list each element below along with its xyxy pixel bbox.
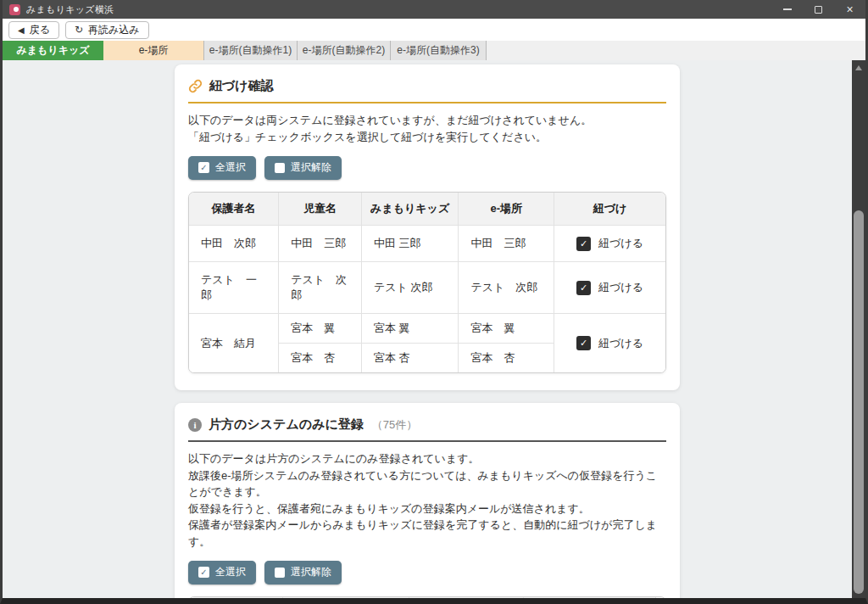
tab-label: e-場所(自動操作3) bbox=[397, 43, 479, 58]
link-checkbox-label: 紐づける bbox=[598, 237, 643, 249]
child-name: 宮本 杏 bbox=[279, 344, 362, 373]
square-icon bbox=[275, 163, 285, 173]
reload-label: 再読み込み bbox=[88, 23, 140, 37]
section-description: 以下のデータは両システムに登録されていますが、まだ紐づけされていません。 「紐づ… bbox=[188, 112, 666, 145]
tab-label: みまもりキッズ bbox=[17, 43, 90, 58]
tab-bar: みまもりキッズ e-場所 e-場所(自動操作1) e-場所(自動操作2) e-場… bbox=[3, 41, 865, 60]
col-guardian: 保護者名 bbox=[189, 193, 279, 226]
link-icon bbox=[188, 79, 203, 93]
description-line: 仮登録を行うと、保護者宛にみまもりキッズの登録案内メールが送信されます。 bbox=[188, 501, 666, 517]
table-row: テスト 一郎 テスト 次郎 テスト 次郎 テスト 次郎 紐づける bbox=[189, 262, 665, 314]
mimamori-name: 宮本 翼 bbox=[361, 314, 459, 344]
back-label: 戻る bbox=[30, 23, 50, 37]
guardian-name: 中田 次郎 bbox=[189, 226, 279, 262]
select-all-label: 全選択 bbox=[215, 565, 246, 579]
child-name: 宮本 翼 bbox=[279, 314, 362, 344]
section-title: 紐づけ確認 bbox=[209, 78, 274, 94]
table-row: 宮本 結月 宮本 翼 宮本 翼 宮本 翼 紐づける bbox=[189, 314, 665, 344]
reload-button[interactable]: ↻ 再読み込み bbox=[65, 21, 149, 39]
record-count: （75件） bbox=[372, 417, 417, 433]
table-header-row: 保護者名 児童名 みまもりキッズ e-場所 紐づけ bbox=[189, 193, 665, 226]
gold-divider bbox=[188, 102, 666, 103]
close-button[interactable]: × bbox=[834, 0, 865, 19]
tab-ebasho-auto3[interactable]: e-場所(自動操作3) bbox=[390, 41, 487, 60]
col-guardian: 保護者名 bbox=[189, 597, 283, 598]
square-icon bbox=[275, 568, 285, 578]
dark-divider bbox=[188, 440, 666, 442]
link-checkbox-label: 紐づける bbox=[598, 281, 643, 294]
child-name: 中田 三郎 bbox=[279, 226, 362, 262]
link-checkbox[interactable] bbox=[576, 336, 591, 350]
link-checkbox[interactable] bbox=[576, 237, 591, 251]
select-all-label: 全選択 bbox=[215, 160, 246, 175]
tab-ebasho[interactable]: e-場所 bbox=[103, 41, 203, 60]
description-line: 保護者が登録案内メールからみまもりキッズに登録を完了すると、自動的に紐づけが完了… bbox=[188, 517, 666, 550]
reload-icon: ↻ bbox=[75, 24, 83, 36]
description-line: 以下のデータは両システムに登録されていますが、まだ紐づけされていません。 bbox=[188, 112, 666, 129]
single-system-card: i 片方のシステムのみに登録 （75件） 以下のデータは片方のシステムにのみ登録… bbox=[175, 403, 680, 598]
provisional-table: 保護者名 児童名 登録先 仮登録 山田太郎 山田 花子 e-場所のみ bbox=[188, 596, 666, 598]
description-line: 「紐づける」チェックボックスを選択して紐づけを実行してください。 bbox=[188, 129, 666, 146]
scroll-up-icon[interactable] bbox=[855, 65, 862, 70]
link-confirm-card: 紐づけ確認 以下のデータは両システムに登録されていますが、まだ紐づけされていませ… bbox=[175, 64, 680, 390]
single-system-header: i 片方のシステムのみに登録 （75件） bbox=[188, 413, 666, 433]
minimize-button[interactable] bbox=[771, 0, 803, 19]
tab-label: e-場所(自動操作2) bbox=[303, 43, 385, 58]
col-link: 紐づけ bbox=[554, 193, 665, 226]
tab-mimamori-kids[interactable]: みまもりキッズ bbox=[3, 41, 103, 60]
deselect-button[interactable]: 選択解除 bbox=[264, 561, 342, 584]
page-scrollbar[interactable] bbox=[852, 60, 865, 598]
back-button[interactable]: ◀ 戻る bbox=[8, 21, 59, 39]
description-line: 放課後e-場所システムのみ登録されている方については、みまもりキッズへの仮登録を… bbox=[188, 467, 666, 501]
section-description: 以下のデータは片方のシステムにのみ登録されています。 放課後e-場所システムのみ… bbox=[188, 450, 666, 550]
guardian-name: 宮本 結月 bbox=[189, 314, 279, 373]
provisional-table-grid: 保護者名 児童名 登録先 仮登録 山田太郎 山田 花子 e-場所のみ bbox=[189, 597, 655, 598]
select-all-button[interactable]: 全選択 bbox=[188, 156, 256, 180]
tab-ebasho-auto2[interactable]: e-場所(自動操作2) bbox=[297, 41, 390, 60]
guardian-name: テスト 一郎 bbox=[189, 262, 279, 314]
table-header-row: 保護者名 児童名 登録先 仮登録 bbox=[189, 597, 655, 598]
ebasho-name: テスト 次郎 bbox=[459, 262, 554, 314]
selection-buttons: 全選択 選択解除 bbox=[188, 561, 666, 584]
maximize-icon bbox=[815, 6, 822, 14]
checked-box-icon bbox=[198, 567, 209, 578]
link-table-grid: 保護者名 児童名 みまもりキッズ e-場所 紐づけ 中田 次郎 中田 三郎 中田… bbox=[189, 193, 665, 372]
title-bar: みまもりキッズ横浜 × bbox=[3, 0, 865, 19]
link-checkbox-label: 紐づける bbox=[598, 337, 643, 350]
ebasho-name: 宮本 翼 bbox=[459, 314, 554, 344]
col-registered-in: 登録先 bbox=[409, 597, 524, 598]
col-provisional: 仮登録 bbox=[524, 597, 655, 598]
select-all-button[interactable]: 全選択 bbox=[188, 561, 256, 584]
back-icon: ◀ bbox=[18, 25, 25, 35]
link-checkbox-cell: 紐づける bbox=[554, 226, 665, 262]
col-child: 児童名 bbox=[279, 193, 362, 226]
ebasho-name: 中田 三郎 bbox=[459, 226, 554, 262]
child-name: テスト 次郎 bbox=[279, 262, 362, 314]
link-table: 保護者名 児童名 みまもりキッズ e-場所 紐づけ 中田 次郎 中田 三郎 中田… bbox=[188, 192, 666, 373]
info-icon: i bbox=[188, 418, 202, 432]
deselect-button[interactable]: 選択解除 bbox=[264, 156, 342, 180]
window-title: みまもりキッズ横浜 bbox=[26, 3, 114, 16]
checked-box-icon bbox=[198, 162, 209, 173]
window-controls: × bbox=[771, 0, 865, 19]
tab-label: e-場所 bbox=[139, 43, 169, 58]
link-checkbox[interactable] bbox=[576, 281, 591, 295]
link-confirm-header: 紐づけ確認 bbox=[188, 75, 666, 94]
content-viewport: 紐づけ確認 以下のデータは両システムに登録されていますが、まだ紐づけされていませ… bbox=[3, 60, 865, 598]
close-icon: × bbox=[846, 3, 853, 15]
minimize-icon bbox=[783, 8, 792, 10]
table-scrollbar[interactable] bbox=[655, 597, 665, 598]
page-content: 紐づけ確認 以下のデータは両システムに登録されていますが、まだ紐づけされていませ… bbox=[3, 60, 852, 598]
description-line: 以下のデータは片方のシステムにのみ登録されています。 bbox=[188, 450, 666, 467]
maximize-button[interactable] bbox=[803, 0, 834, 19]
selection-buttons: 全選択 選択解除 bbox=[188, 156, 666, 180]
tab-label: e-場所(自動操作1) bbox=[209, 43, 292, 58]
col-mimamori: みまもりキッズ bbox=[361, 193, 459, 226]
link-checkbox-cell: 紐づける bbox=[554, 314, 665, 373]
app-icon bbox=[9, 4, 20, 15]
app-window: みまもりキッズ横浜 × ◀ 戻る ↻ 再読み込み みまもりキッズ e-場所 e-… bbox=[0, 0, 868, 604]
link-checkbox-cell: 紐づける bbox=[554, 262, 665, 314]
mimamori-name: 中田 三郎 bbox=[361, 226, 459, 262]
page-scrollbar-thumb[interactable] bbox=[854, 210, 864, 594]
tab-ebasho-auto1[interactable]: e-場所(自動操作1) bbox=[203, 41, 297, 60]
